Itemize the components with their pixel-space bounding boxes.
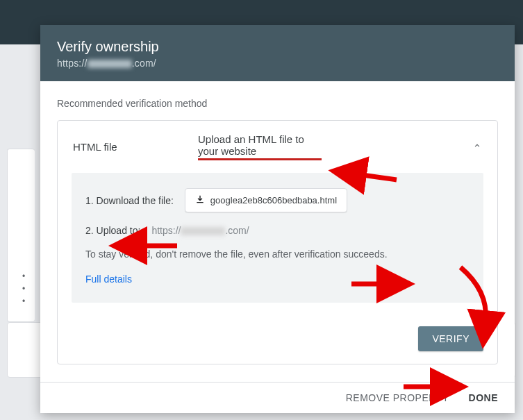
download-icon: [195, 194, 205, 206]
upload-step-label: 2. Upload to:: [85, 225, 140, 236]
upload-url: https://.com/: [151, 225, 249, 236]
bg-card: [7, 149, 35, 322]
method-header[interactable]: HTML file Upload an HTML file to your we…: [58, 121, 497, 173]
download-step-label: 1. Download the file:: [85, 195, 174, 206]
verify-ownership-dialog: Verify ownership https://.com/ Recommend…: [40, 25, 515, 413]
download-file-button[interactable]: googlea2eb8c606bedbaba.html: [185, 188, 347, 212]
property-url: https://.com/: [57, 58, 498, 69]
download-step: 1. Download the file: googlea2eb8c606bed…: [85, 188, 470, 212]
dialog-title: Verify ownership: [57, 39, 498, 55]
method-title: HTML file: [73, 141, 184, 153]
html-file-method-card: HTML file Upload an HTML file to your we…: [57, 120, 498, 364]
dialog-header: Verify ownership https://.com/: [40, 25, 515, 81]
done-button[interactable]: DONE: [469, 392, 498, 403]
bg-bullets: •••: [22, 270, 25, 308]
full-details-link[interactable]: Full details: [85, 274, 132, 285]
chevron-up-icon[interactable]: [472, 141, 482, 153]
dialog-footer: REMOVE PROPERTY DONE: [40, 382, 515, 413]
download-filename: googlea2eb8c606bedbaba.html: [210, 195, 337, 205]
remove-property-button[interactable]: REMOVE PROPERTY: [346, 392, 449, 403]
dialog-body[interactable]: Recommended verification method HTML fil…: [40, 81, 515, 382]
verification-steps: 1. Download the file: googlea2eb8c606bed…: [72, 173, 483, 303]
recommended-method-label: Recommended verification method: [57, 98, 498, 109]
verify-row: VERIFY: [58, 317, 497, 364]
verification-note: To stay verified, don't remove the file,…: [85, 249, 470, 260]
redacted-domain: [88, 60, 132, 68]
redacted-domain: [181, 227, 225, 235]
verify-button[interactable]: VERIFY: [418, 326, 483, 351]
method-description: Upload an HTML file to your website: [198, 133, 322, 160]
upload-step: 2. Upload to: https://.com/: [85, 225, 470, 236]
